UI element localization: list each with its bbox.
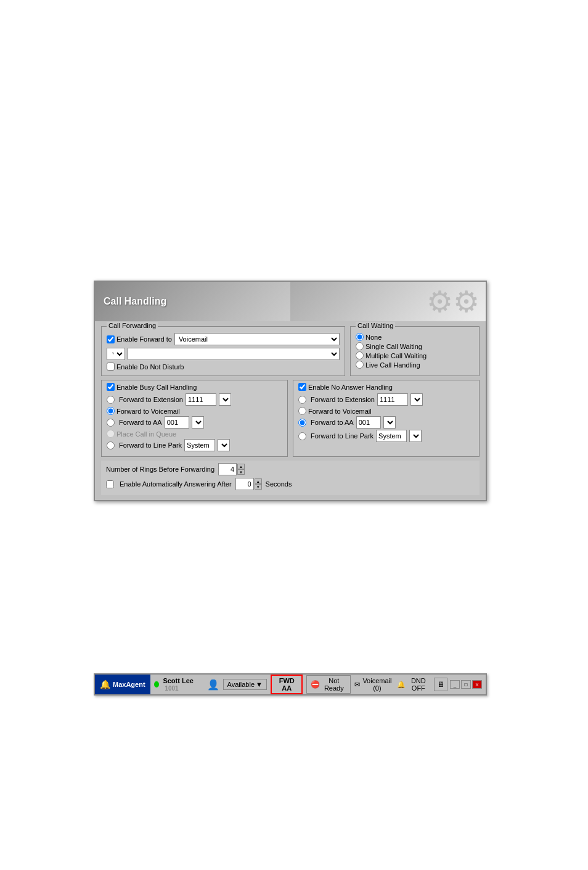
voicemail-button[interactable]: ✉ Voicemail (0) bbox=[354, 677, 393, 692]
taskbar-content: Scott Lee 1001 👤 Available ▼ FWD AA ⛔ No… bbox=[150, 675, 434, 694]
busy-fwd-aa-row: Forward to AA ▼ bbox=[107, 416, 282, 429]
seconds-label: Seconds bbox=[266, 480, 292, 488]
noanswer-linepark-select[interactable]: ▼ bbox=[409, 430, 422, 442]
busy-fwd-aa-label: Forward to AA bbox=[119, 419, 162, 426]
noanswer-enable-row: Enable No Answer Handling bbox=[298, 383, 474, 391]
noanswer-fwd-ext-radio[interactable] bbox=[298, 396, 306, 404]
cw-single-radio[interactable] bbox=[356, 342, 364, 350]
dnd-icon: 🔔 bbox=[397, 681, 406, 689]
call-forwarding-box: Call Forwarding Enable Forward to Voicem… bbox=[101, 326, 345, 376]
call-waiting-box: Call Waiting None Single Call Waiting Mu… bbox=[350, 326, 480, 376]
noanswer-ext-select[interactable]: ▼ bbox=[410, 393, 423, 406]
win-controls: _ □ X bbox=[450, 680, 482, 689]
busy-place-queue-radio[interactable] bbox=[107, 430, 115, 438]
call-waiting-legend: Call Waiting bbox=[356, 322, 395, 329]
cw-none-row: None bbox=[356, 333, 474, 341]
busy-fwd-linepark-label: Forward to Line Park bbox=[119, 441, 182, 449]
agent-name: Scott Lee 1001 bbox=[163, 677, 203, 692]
noanswer-aa-select[interactable]: ▼ bbox=[383, 416, 396, 429]
not-ready-icon: ⛔ bbox=[311, 680, 320, 689]
busy-fwd-ext-radio[interactable] bbox=[107, 396, 115, 404]
available-button[interactable]: Available ▼ bbox=[223, 679, 267, 690]
top-row: Call Forwarding Enable Forward to Voicem… bbox=[101, 326, 480, 376]
busy-fwd-linepark-row: Forward to Line Park ▼ bbox=[107, 439, 282, 451]
call-forwarding-legend: Call Forwarding bbox=[107, 322, 158, 329]
rings-input[interactable] bbox=[218, 463, 237, 475]
fwd-aa-button[interactable]: FWD AA bbox=[271, 675, 303, 694]
person-icon: 👤 bbox=[207, 679, 219, 691]
dnd-checkbox[interactable] bbox=[107, 363, 115, 371]
available-dropdown-icon: ▼ bbox=[256, 681, 263, 688]
noanswer-enable-checkbox[interactable] bbox=[298, 383, 306, 391]
autoanswer-checkbox[interactable] bbox=[106, 480, 114, 488]
busy-enable-row: Enable Busy Call Handling bbox=[107, 383, 282, 391]
rings-arrows: ▲ ▼ bbox=[237, 464, 245, 475]
taskbar-title-area: 🔔 MaxAgent bbox=[95, 675, 150, 694]
dialog-header: Call Handling ⚙⚙ bbox=[95, 282, 486, 321]
rings-label: Number of Rings Before Forwarding bbox=[106, 466, 214, 473]
cw-none-label: None bbox=[365, 334, 382, 341]
dnd-button[interactable]: 🔔 DND OFF bbox=[397, 677, 430, 692]
rings-down-btn[interactable]: ▼ bbox=[237, 469, 245, 475]
cw-none-radio[interactable] bbox=[356, 333, 364, 341]
noanswer-fwd-linepark-radio[interactable] bbox=[298, 432, 306, 440]
status-dot bbox=[154, 681, 159, 687]
minimize-btn[interactable]: _ bbox=[450, 680, 460, 689]
enable-forward-checkbox[interactable] bbox=[107, 335, 115, 343]
autoanswer-spinner: ▲ ▼ bbox=[235, 478, 262, 490]
busy-fwd-vm-label: Forward to Voicemail bbox=[116, 408, 180, 415]
noanswer-fwd-aa-radio[interactable] bbox=[298, 419, 306, 427]
cw-live-row: Live Call Handling bbox=[356, 361, 474, 369]
busy-ext-select[interactable]: ▼ bbox=[219, 393, 231, 406]
busy-aa-input[interactable] bbox=[165, 416, 189, 429]
busy-fwd-ext-row: Forward to Extension ▼ bbox=[107, 393, 282, 406]
rings-up-btn[interactable]: ▲ bbox=[237, 464, 245, 469]
close-btn[interactable]: X bbox=[472, 680, 482, 689]
noanswer-fwd-ext-label: Forward to Extension bbox=[311, 396, 375, 403]
forward-dest-select[interactable] bbox=[128, 348, 340, 360]
no-answer-box: Enable No Answer Handling Forward to Ext… bbox=[293, 380, 480, 457]
busy-linepark-input[interactable] bbox=[184, 439, 215, 451]
not-ready-button[interactable]: ⛔ Not Ready bbox=[306, 675, 351, 694]
cw-single-label: Single Call Waiting bbox=[365, 343, 422, 350]
busy-fwd-linepark-radio[interactable] bbox=[107, 441, 115, 449]
dnd-label: Enable Do Not Disturb bbox=[116, 363, 184, 371]
maximize-btn[interactable]: □ bbox=[461, 680, 471, 689]
busy-enable-label: Enable Busy Call Handling bbox=[116, 384, 197, 391]
forward-sub-row: ▼ bbox=[107, 348, 340, 360]
cw-multiple-row: Multiple Call Waiting bbox=[356, 351, 474, 359]
forward-to-select[interactable]: Voicemail Extension AA bbox=[174, 333, 340, 345]
noanswer-linepark-input[interactable] bbox=[376, 430, 407, 442]
dialog-body: Call Forwarding Enable Forward to Voicem… bbox=[95, 321, 486, 500]
autoanswer-label: Enable Automatically Answering After bbox=[120, 480, 232, 488]
busy-enable-checkbox[interactable] bbox=[107, 383, 115, 391]
noanswer-fwd-linepark-label: Forward to Line Park bbox=[311, 432, 374, 440]
enable-forward-row: Enable Forward to Voicemail Extension AA bbox=[107, 333, 340, 345]
gear-icon: ⚙⚙ bbox=[427, 284, 480, 319]
busy-place-queue-label: Place Call in Queue bbox=[116, 430, 176, 438]
noanswer-aa-input[interactable] bbox=[356, 416, 381, 429]
noanswer-enable-label: Enable No Answer Handling bbox=[308, 384, 393, 391]
forward-arrow-select[interactable]: ▼ bbox=[107, 348, 125, 360]
busy-linepark-select[interactable]: ▼ bbox=[218, 439, 230, 451]
busy-fwd-vm-row: Forward to Voicemail bbox=[107, 407, 282, 415]
monitor-icon-btn[interactable]: 🖥 bbox=[434, 678, 447, 691]
noanswer-fwd-vm-radio[interactable] bbox=[298, 407, 306, 415]
noanswer-fwd-aa-row: Forward to AA ▼ bbox=[298, 416, 474, 429]
noanswer-fwd-vm-row: Forward to Voicemail bbox=[298, 407, 474, 415]
busy-fwd-vm-radio[interactable] bbox=[107, 407, 115, 415]
busy-aa-select[interactable]: ▼ bbox=[192, 416, 204, 429]
noanswer-ext-input[interactable] bbox=[377, 393, 408, 406]
maxagent-logo-icon: 🔔 bbox=[100, 679, 110, 689]
noanswer-fwd-aa-label: Forward to AA bbox=[311, 419, 354, 426]
busy-fwd-aa-radio[interactable] bbox=[107, 419, 115, 427]
autoanswer-input[interactable] bbox=[235, 478, 254, 490]
maxagent-taskbar: 🔔 MaxAgent Scott Lee 1001 👤 Available ▼ … bbox=[94, 673, 487, 696]
busy-ext-input[interactable] bbox=[186, 393, 216, 406]
autoanswer-row: Enable Automatically Answering After ▲ ▼… bbox=[106, 478, 475, 490]
autoanswer-up-btn[interactable]: ▲ bbox=[255, 478, 262, 484]
autoanswer-down-btn[interactable]: ▼ bbox=[255, 484, 262, 490]
cw-live-radio[interactable] bbox=[356, 361, 364, 369]
autoanswer-arrows: ▲ ▼ bbox=[255, 478, 262, 490]
cw-multiple-radio[interactable] bbox=[356, 351, 364, 359]
